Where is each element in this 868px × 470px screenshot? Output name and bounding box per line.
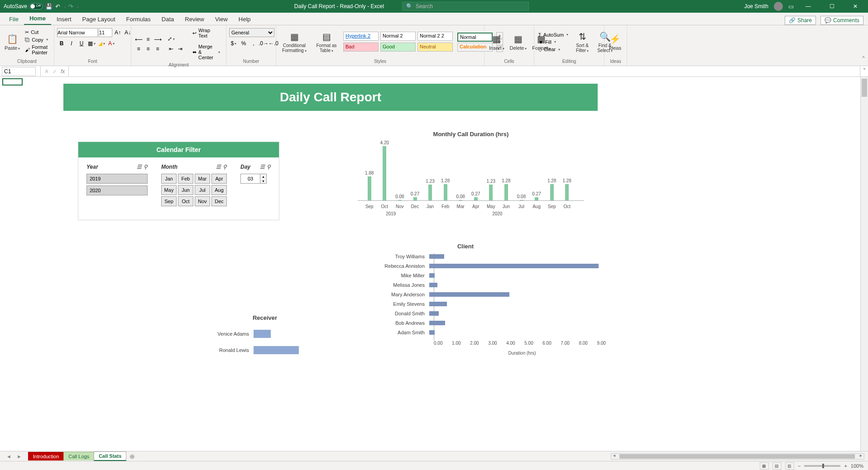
comma-format-button[interactable]: , [249, 39, 258, 48]
conditional-formatting-button[interactable]: ▦Conditional Formatting [279, 30, 310, 54]
paste-button[interactable]: 📋 Paste [3, 33, 22, 52]
maximize-button[interactable]: ☐ [823, 0, 841, 13]
cancel-formula-icon[interactable]: ✕ [44, 68, 49, 75]
ideas-button[interactable]: ⚡Ideas [607, 33, 623, 52]
day-clear-filter-icon[interactable]: ⚲ [267, 164, 271, 170]
monthly-chart[interactable]: Monthly Call Duration (hrs) 1.88Sep4.20O… [353, 131, 589, 230]
day-input[interactable] [240, 174, 260, 184]
tab-view[interactable]: View [210, 14, 233, 25]
style-normal22[interactable]: Normal 2 2 [417, 32, 453, 41]
month-option-may[interactable]: May [161, 185, 177, 195]
increase-decimal-button[interactable]: .0→ [259, 39, 268, 48]
sort-filter-button[interactable]: ⇅Sort & Filter [572, 30, 592, 54]
expand-formula-bar[interactable]: ˅ [860, 66, 868, 76]
sheet-nav-prev[interactable]: ◄ [4, 454, 14, 459]
zoom-level[interactable]: 100% [851, 463, 863, 469]
copy-button[interactable]: ⿻Copy [24, 37, 51, 43]
month-option-nov[interactable]: Nov [195, 196, 210, 206]
style-neutral[interactable]: Neutral [417, 43, 453, 52]
zoom-slider[interactable] [804, 465, 840, 467]
worksheet-area[interactable]: Daily Call Report Calendar Filter Year ☰… [0, 77, 868, 451]
name-box[interactable] [2, 67, 36, 76]
receiver-chart[interactable]: Receiver Venice AdamsRonald Lewis [158, 314, 371, 369]
style-hyperlink[interactable]: Hyperlink 2 [343, 32, 379, 41]
number-format-select[interactable]: General [229, 28, 274, 37]
merge-center-button[interactable]: ⬌Merge & Center [189, 43, 223, 62]
tab-review[interactable]: Review [179, 14, 210, 25]
underline-button[interactable]: U [77, 39, 86, 48]
zoom-in-button[interactable]: + [844, 463, 847, 469]
tab-insert[interactable]: Insert [51, 14, 77, 25]
year-multiselect-icon[interactable]: ☰ [137, 164, 142, 170]
save-icon[interactable]: 💾 [45, 3, 53, 10]
vertical-scrollbar[interactable] [860, 77, 868, 451]
add-sheet-button[interactable]: ⊕ [126, 453, 139, 460]
month-option-mar[interactable]: Mar [195, 174, 210, 184]
fill-button[interactable]: ▼Fill [537, 39, 570, 45]
insert-cells-button[interactable]: ▦Insert [487, 33, 506, 52]
decrease-font-button[interactable]: A↓ [123, 28, 132, 37]
day-spin-down[interactable]: ▼ [260, 179, 266, 183]
align-right-button[interactable]: ≡ [153, 44, 162, 53]
month-option-oct[interactable]: Oct [178, 196, 193, 206]
qat-customize[interactable] [76, 3, 79, 10]
tab-page-layout[interactable]: Page Layout [77, 14, 121, 25]
fill-color-button[interactable]: ◢ [97, 39, 106, 48]
bold-button[interactable]: B [57, 39, 66, 48]
month-option-aug[interactable]: Aug [211, 185, 227, 195]
percent-format-button[interactable]: % [239, 39, 248, 48]
year-option-2019[interactable]: 2019 [86, 174, 148, 184]
month-multiselect-icon[interactable]: ☰ [216, 164, 221, 170]
delete-cells-button[interactable]: ▦Delete [508, 33, 529, 52]
comments-button[interactable]: 💬 Comments [820, 16, 863, 25]
horizontal-scrollbar[interactable]: ◄ ► [611, 453, 864, 460]
format-painter-button[interactable]: 🖌Format Painter [24, 44, 51, 56]
sheet-tab-call-stats[interactable]: Call Stats [94, 451, 126, 461]
month-option-jun[interactable]: Jun [178, 185, 193, 195]
wrap-text-button[interactable]: ↩Wrap Text [189, 26, 223, 40]
tab-file[interactable]: File [4, 14, 24, 25]
month-option-jan[interactable]: Jan [161, 174, 177, 184]
style-good[interactable]: Good [380, 43, 416, 52]
align-middle-button[interactable]: ≡ [144, 35, 153, 44]
font-size-select[interactable] [99, 28, 112, 37]
clear-button[interactable]: ◇Clear [537, 46, 570, 53]
ribbon-display-icon[interactable]: ▭ [788, 3, 794, 10]
style-normal2[interactable]: Normal 2 [380, 32, 416, 41]
minimize-button[interactable]: — [799, 0, 817, 13]
year-option-2020[interactable]: 2020 [86, 185, 148, 195]
sheet-nav-next[interactable]: ► [14, 454, 24, 459]
increase-indent-button[interactable]: ⇥ [176, 44, 185, 53]
zoom-out-button[interactable]: − [798, 463, 801, 469]
align-center-button[interactable]: ≡ [144, 44, 153, 53]
redo-icon[interactable]: ↷ [68, 3, 73, 10]
month-option-feb[interactable]: Feb [178, 174, 193, 184]
italic-button[interactable]: I [67, 39, 76, 48]
tab-home[interactable]: Home [24, 13, 51, 25]
sheet-tab-call-logs[interactable]: Call Logs [63, 452, 94, 461]
month-option-jul[interactable]: Jul [195, 185, 210, 195]
month-option-apr[interactable]: Apr [211, 174, 227, 184]
undo-dropdown[interactable] [63, 3, 66, 10]
cut-button[interactable]: ✂Cut [24, 29, 51, 36]
align-bottom-button[interactable]: ⟶ [153, 35, 162, 44]
undo-icon[interactable]: ↶ [55, 3, 60, 10]
tab-formulas[interactable]: Formulas [121, 14, 156, 25]
border-button[interactable]: ▦ [87, 39, 96, 48]
enter-formula-icon[interactable]: ✓ [53, 68, 57, 75]
share-button[interactable]: 🔗 Share [785, 16, 816, 25]
close-button[interactable]: ✕ [846, 0, 864, 13]
day-spin-up[interactable]: ▲ [260, 174, 266, 179]
orientation-button[interactable]: ⤢ [167, 34, 176, 43]
year-clear-filter-icon[interactable]: ⚲ [144, 164, 148, 170]
fx-icon[interactable]: fx [61, 68, 65, 75]
style-bad[interactable]: Bad [343, 43, 379, 52]
decrease-indent-button[interactable]: ⇤ [167, 44, 176, 53]
font-family-select[interactable] [57, 28, 98, 37]
search-box[interactable]: 🔍 Search [402, 2, 529, 11]
page-break-view-button[interactable]: ▥ [785, 462, 794, 470]
user-avatar[interactable] [774, 2, 783, 11]
font-color-button[interactable]: A [107, 39, 116, 48]
page-layout-view-button[interactable]: ▤ [772, 462, 782, 470]
align-top-button[interactable]: ⟵ [134, 35, 143, 44]
